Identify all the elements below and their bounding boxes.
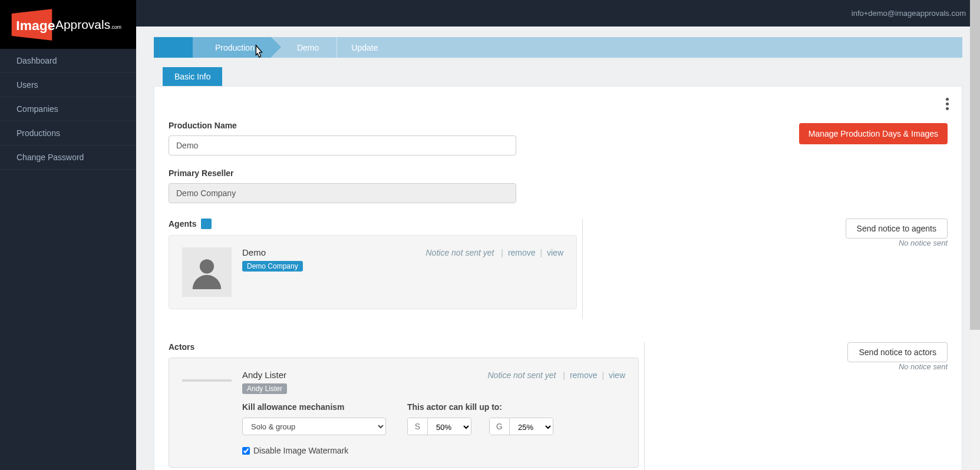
agent-company-badge: Demo Company bbox=[242, 261, 303, 272]
nav: Dashboard Users Companies Productions Ch… bbox=[0, 49, 136, 170]
actor-avatar-placeholder bbox=[182, 379, 232, 382]
agent-avatar bbox=[182, 247, 232, 297]
sidebar: Image Approvals .com Dashboard Users Com… bbox=[0, 0, 136, 470]
breadcrumb-production[interactable]: Production bbox=[193, 37, 271, 58]
breadcrumb: Production Demo Update bbox=[154, 37, 962, 58]
topbar: info+demo@imageapprovals.com bbox=[136, 0, 980, 27]
label-production-name: Production Name bbox=[169, 121, 516, 130]
actor-self-badge: Andy Lister bbox=[242, 383, 287, 394]
logo-secondary-text: Approvals bbox=[55, 17, 110, 31]
scroll-thumb[interactable] bbox=[970, 0, 980, 330]
breadcrumb-update[interactable]: Update bbox=[338, 37, 394, 58]
actor-view-link[interactable]: view bbox=[609, 370, 625, 380]
kill-mechanism-select[interactable]: Solo & group bbox=[242, 418, 386, 435]
svg-point-1 bbox=[200, 259, 214, 273]
disable-watermark-checkbox[interactable] bbox=[242, 447, 250, 455]
actor-notice-status: Notice not sent yet bbox=[488, 370, 556, 380]
send-notice-agents-button[interactable]: Send notice to agents bbox=[846, 219, 948, 239]
panel: Manage Production Days & Images Producti… bbox=[154, 86, 962, 470]
main: info+demo@imageapprovals.com Production … bbox=[136, 0, 980, 470]
actor-remove-link[interactable]: remove bbox=[570, 370, 598, 380]
agent-card: Demo Notice not sent yet | remove | view bbox=[169, 235, 577, 309]
kebab-menu-icon[interactable] bbox=[946, 96, 949, 112]
breadcrumb-sep bbox=[336, 37, 337, 58]
actors-title: Actors bbox=[169, 342, 194, 352]
actor-card: Andy Lister Notice not sent yet | remove… bbox=[169, 358, 639, 468]
add-agent-button[interactable] bbox=[201, 219, 212, 229]
breadcrumb-lead bbox=[154, 37, 193, 58]
actor-name: Andy Lister bbox=[242, 370, 286, 380]
tabs: Basic Info bbox=[154, 67, 962, 87]
group-kill-group: G 25% bbox=[489, 418, 553, 435]
sidebar-item-users[interactable]: Users bbox=[0, 73, 136, 97]
primary-reseller-input bbox=[169, 183, 516, 203]
send-notice-actors-button[interactable]: Send notice to actors bbox=[847, 342, 948, 362]
agents-notice-hint: No notice sent bbox=[600, 239, 948, 247]
logo[interactable]: Image Approvals .com bbox=[0, 0, 136, 49]
kill-mechanism-label: Kill allowance mechanism bbox=[242, 402, 386, 412]
disable-watermark-label: Disable Image Watermark bbox=[253, 446, 348, 455]
solo-kill-select[interactable]: 50% bbox=[428, 418, 471, 435]
sidebar-item-change-password[interactable]: Change Password bbox=[0, 145, 136, 170]
agent-notice-status: Notice not sent yet bbox=[426, 248, 494, 257]
kill-limit-label: This actor can kill up to: bbox=[407, 402, 553, 412]
group-kill-select[interactable]: 25% bbox=[510, 418, 553, 435]
sidebar-item-productions[interactable]: Productions bbox=[0, 121, 136, 145]
group-tag: G bbox=[490, 418, 510, 435]
logo-primary-text: Image bbox=[16, 17, 55, 32]
production-name-input[interactable] bbox=[169, 135, 516, 155]
sidebar-item-dashboard[interactable]: Dashboard bbox=[0, 49, 136, 73]
account-email[interactable]: info+demo@imageapprovals.com bbox=[852, 9, 966, 18]
tab-basic-info[interactable]: Basic Info bbox=[163, 67, 222, 87]
manage-days-button[interactable]: Manage Production Days & Images bbox=[799, 123, 948, 144]
content: Production Demo Update Basic Info Manage… bbox=[136, 27, 980, 470]
solo-kill-group: S 50% bbox=[407, 418, 471, 435]
logo-suffix-text: .com bbox=[110, 24, 121, 29]
scrollbar[interactable] bbox=[970, 0, 980, 470]
sidebar-item-companies[interactable]: Companies bbox=[0, 97, 136, 121]
agent-name: Demo bbox=[242, 247, 266, 257]
solo-tag: S bbox=[408, 418, 428, 435]
agent-remove-link[interactable]: remove bbox=[508, 248, 536, 257]
agents-title: Agents bbox=[169, 219, 196, 229]
agent-view-link[interactable]: view bbox=[547, 248, 563, 257]
actors-notice-hint: No notice sent bbox=[662, 362, 948, 371]
user-icon bbox=[190, 255, 224, 289]
label-primary-reseller: Primary Reseller bbox=[169, 168, 516, 178]
